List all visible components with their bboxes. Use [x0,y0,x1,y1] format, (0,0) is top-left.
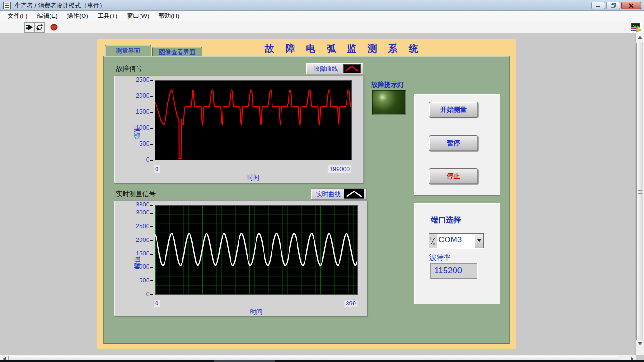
y-tick-label: 3000 [136,209,154,216]
scroll-up-button[interactable] [636,33,644,41]
y-tick-label: 2000 [136,236,154,243]
close-icon [629,3,634,8]
realtime-chart[interactable]: 3300300025002000150010005000 幅值 [114,200,367,316]
svg-text:o: o [433,241,435,246]
vertical-scrollbar[interactable] [635,33,644,355]
realtime-chart-plot-area[interactable] [155,205,358,295]
fault-legend-label: 故障曲线 [308,65,343,73]
realtime-legend-label: 实时曲线 [313,190,344,198]
run-icon [26,24,33,31]
taskbar-edge [0,360,644,362]
restore-button[interactable] [606,2,620,9]
menu-operate[interactable]: 操作(O) [63,11,92,21]
vi-icon [630,22,642,33]
fault-indicator-led [372,90,406,115]
realtime-chart-x-axis-label: 时间 [155,308,358,316]
window-title: 生产者 / 消费者设计模式（事件） [15,1,106,10]
y-tick-label: 0 [146,290,154,297]
fault-legend[interactable]: 故障曲线 [306,63,363,74]
y-tick-label: 3300 [136,201,154,208]
labview-window: 生产者 / 消费者设计模式（事件） 文件(F) 编辑(E) 操作(O) 工具(T… [0,0,644,362]
minimize-button[interactable] [591,2,605,9]
fault-legend-plot-icon[interactable] [343,64,361,73]
y-tick-label: 2500 [136,222,154,230]
realtime-chart-label: 实时测量信号 [116,190,156,198]
decorative-frame: 故 障 电 弧 监 测 系 统 测量界面 图像查看界面 故障信号 故障曲线 25… [97,39,516,349]
tab-measure[interactable]: 测量界面 [105,45,151,56]
restore-icon [611,3,616,8]
run-button[interactable] [25,23,34,32]
realtime-x-min: 0 [153,299,160,307]
realtime-legend-plot-icon[interactable] [344,189,364,199]
y-tick-label: 0 [146,156,154,163]
labview-app-icon [3,2,11,9]
realtime-chart-y-axis-label: 幅值 [133,256,141,269]
y-tick-label: 2000 [136,92,154,99]
pause-button[interactable]: 暂停 [429,135,478,151]
fault-x-max: 399000 [328,165,352,173]
y-tick-label: 2500 [136,76,154,83]
com-port-dropdown-button[interactable] [475,234,483,248]
port-selection-panel: 端口选择 I o COM3 波特率 115200 [414,203,500,304]
close-button[interactable] [621,2,641,9]
menu-tools[interactable]: 工具(T) [93,11,122,21]
abort-button[interactable] [49,23,59,32]
menu-bar: 文件(F) 编辑(E) 操作(O) 工具(T) 窗口(W) 帮助(H) [0,11,644,21]
com-port-combo[interactable]: I o COM3 [429,233,484,248]
scroll-down-button[interactable] [636,340,644,347]
start-measure-button[interactable]: 开始测量 [429,102,478,118]
baud-rate-label: 波特率 [429,253,451,262]
tab-page-measure: 故障信号 故障曲线 25002000150010005000 幅值 0 3990… [103,56,510,344]
control-buttons-panel: 开始测量 暂停 停止 [414,94,500,196]
realtime-legend[interactable]: 实时曲线 [311,188,367,200]
vertical-scroll-thumb[interactable] [636,43,643,342]
fault-chart[interactable]: 25002000150010005000 幅值 0 399000 时间 [114,75,364,183]
fault-chart-label: 故障信号 [116,65,142,73]
toolbar [0,21,644,33]
fault-chart-y-axis-label: 幅值 [133,127,141,139]
menu-window[interactable]: 窗口(W) [123,11,153,21]
fault-x-min: 0 [153,165,160,173]
svg-text:I: I [430,236,432,241]
chevron-down-icon [477,239,481,242]
arrow-up-icon [638,36,642,39]
realtime-x-max: 399 [344,299,358,307]
menu-edit[interactable]: 编辑(E) [33,11,62,21]
fault-chart-x-axis-label: 时间 [155,173,352,182]
y-tick-label: 1500 [136,250,154,257]
menu-help[interactable]: 帮助(H) [154,11,183,21]
minimize-icon [596,4,601,8]
stop-button[interactable]: 停止 [429,168,478,184]
title-bar[interactable]: 生产者 / 消费者设计模式（事件） [0,0,644,11]
y-tick-label: 500 [139,140,154,147]
port-select-title: 端口选择 [431,215,461,225]
run-continuous-button[interactable] [34,23,44,32]
com-port-value[interactable]: COM3 [437,234,475,248]
baud-rate-value: 115200 [430,263,477,279]
fault-led-label: 故障提示灯 [371,81,404,89]
y-tick-label: 500 [139,277,154,284]
abort-icon [50,24,58,31]
fault-chart-plot-area[interactable] [155,80,352,160]
io-name-icon: I o [429,234,437,248]
arrow-down-icon [638,342,642,345]
run-continuous-icon [36,24,43,31]
y-tick-label: 1500 [136,108,154,115]
menu-file[interactable]: 文件(F) [3,11,32,21]
app-title: 故 障 电 弧 监 测 系 统 [265,42,422,55]
